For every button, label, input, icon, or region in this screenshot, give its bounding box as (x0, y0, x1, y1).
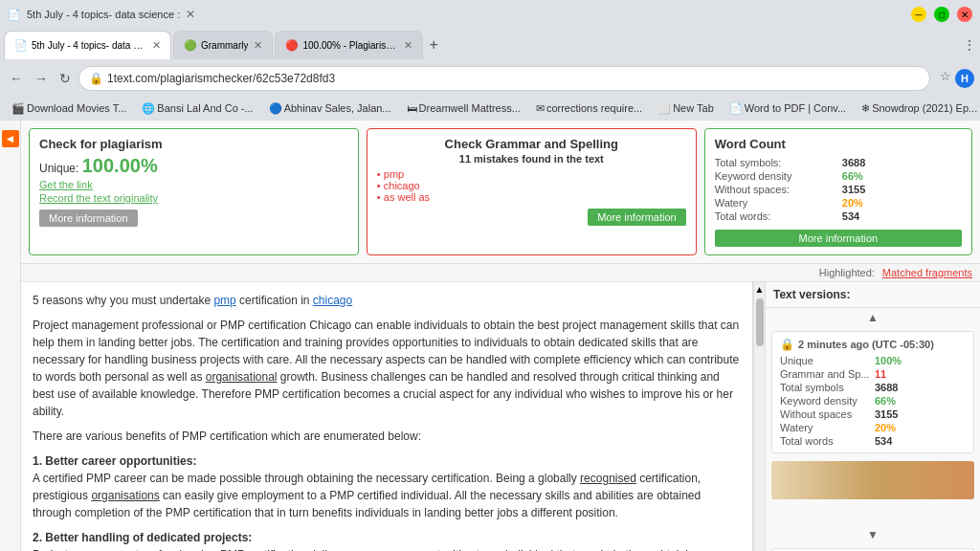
highlighted-label: Highlighted: (819, 267, 875, 278)
v-without-spaces-label: Without spaces (780, 408, 871, 420)
grammar-more-info-button[interactable]: More information (588, 209, 686, 226)
version-timestamp: 2 minutes ago (UTC -05:30) (798, 339, 934, 350)
bookmark-2[interactable]: 🌐 Bansi Lal And Co -... (138, 101, 256, 116)
text-para-3: 1. Better career opportunities:A certifi… (33, 452, 741, 521)
total-symbols-label: Total symbols: (715, 157, 835, 168)
more-options-icon[interactable]: ⋮ (963, 37, 976, 53)
bookmark-4[interactable]: 🛏 Dreamwell Mattress... (403, 101, 524, 115)
left-sidebar: ◄ (0, 121, 21, 551)
total-words-label: Total words: (715, 210, 835, 222)
browser-chrome: 📄 5th July - 4 topics- data science : ✕ … (0, 0, 980, 121)
tab-1-label: 5th July - 4 topics- data science : (32, 40, 146, 51)
matched-fragments-link[interactable]: Matched fragments (882, 267, 972, 278)
get-link[interactable]: Get the link (39, 179, 348, 190)
keyword-density-label: Keyword density (715, 170, 835, 182)
bookmark-8[interactable]: ❄ Snowdrop (2021) Ep... (858, 101, 980, 116)
watery-label: Watery (715, 197, 835, 209)
versions-title: Text versions: (766, 282, 980, 308)
pmp-link[interactable]: pmp (213, 294, 235, 307)
keyword-density-value: 66% (842, 170, 962, 182)
v-keyword-value: 66% (875, 395, 966, 407)
new-tab-button[interactable]: + (425, 33, 441, 57)
unique-percentage: 100.00% (82, 155, 158, 176)
wordcount-grid: Total symbols: 3688 Keyword density 66% … (715, 157, 962, 222)
organisations-underline: organisations (91, 489, 159, 502)
v-total-symbols-value: 3688 (875, 382, 966, 393)
tab-2-favicon: 🟢 (184, 39, 197, 53)
bookmark-icon[interactable]: ☆ (940, 69, 951, 88)
sidebar-toggle[interactable]: ◄ (2, 130, 19, 147)
v-watery-label: Watery (780, 422, 871, 433)
tab-2-close[interactable]: ✕ (254, 39, 262, 52)
address-bar-row: ← → ↻ 🔒 1text.com/plagiarismchecker/62c5… (0, 61, 980, 96)
scroll-thumb[interactable] (756, 298, 764, 346)
bookmark-7[interactable]: 📄 Word to PDF | Conv... (725, 101, 850, 116)
v-without-spaces-value: 3155 (875, 408, 966, 420)
record-originality-link[interactable]: Record the text originality (39, 192, 348, 204)
unique-row: Unique: 100.00% (39, 155, 348, 177)
reload-button[interactable]: ↻ (56, 67, 75, 90)
bookmark-icon-7: 📄 (729, 102, 743, 115)
bookmark-1[interactable]: 🎬 Download Movies T... (8, 101, 130, 116)
bookmark-icon-8: ❄ (861, 102, 870, 115)
versions-scroll-down[interactable]: ▼ (766, 525, 980, 544)
active-tab-label: 5th July - 4 topics- data science : (27, 9, 180, 20)
text-para-4: 2. Better handling of dedicated projects… (33, 529, 741, 551)
text-heading: 5 reasons why you must undertake pmp cer… (33, 292, 741, 309)
window-controls: ─ □ ✕ (911, 7, 972, 22)
version-grid: Unique 100% Grammar and Sp... 11 Total s… (780, 355, 966, 447)
versions-scroll-up[interactable]: ▲ (766, 308, 980, 327)
tab-3[interactable]: 🔴 100.00% - Plagiarism software fre... ✕ (275, 31, 423, 59)
wordcount-title: Word Count (715, 137, 962, 151)
tab-close-1[interactable]: ✕ (186, 8, 195, 21)
highlighted-bar: Highlighted: Matched fragments (21, 264, 980, 282)
total-words-value: 534 (842, 210, 962, 222)
tab-3-favicon: 🔴 (285, 39, 299, 53)
tab-2[interactable]: 🟢 Grammarly ✕ (173, 31, 273, 59)
decoration-strip (771, 461, 974, 499)
close-button[interactable]: ✕ (957, 7, 972, 22)
maximize-button[interactable]: □ (934, 7, 949, 22)
v-unique-label: Unique (780, 355, 871, 366)
v-grammar-label: Grammar and Sp... (780, 368, 871, 380)
wordcount-panel: Word Count Total symbols: 3688 Keyword d… (704, 128, 972, 255)
minimize-button[interactable]: ─ (911, 7, 926, 22)
v-unique-value: 100% (875, 355, 966, 366)
address-bar-icons: ☆ H (940, 69, 974, 88)
tab-3-close[interactable]: ✕ (404, 39, 412, 52)
bookmark-5[interactable]: ✉ corrections require... (532, 101, 646, 116)
bookmark-icon-3: 🔵 (269, 102, 282, 115)
bookmark-6[interactable]: ⬜ New Tab (654, 101, 718, 116)
grammar-item-3: • as well as (377, 191, 686, 203)
text-para-1: Project management professional or PMP c… (33, 317, 741, 420)
tab-favicon: 📄 (14, 39, 28, 53)
bookmark-icon-5: ✉ (536, 102, 545, 115)
lock-icon: 🔒 (89, 72, 103, 85)
grammar-panel: Check Grammar and Spelling 11 mistakes f… (367, 128, 697, 255)
text-scrollbar[interactable]: ▲ ▼ (753, 282, 765, 551)
profile-icon[interactable]: H (955, 69, 974, 88)
tab-1[interactable]: 📄 5th July - 4 topics- data science : ✕ (4, 31, 171, 59)
unique-label: Unique: (39, 162, 78, 175)
without-spaces-label: Without spaces: (715, 184, 835, 195)
v-keyword-label: Keyword density (780, 395, 871, 407)
wordcount-more-info-button[interactable]: More information (715, 230, 962, 247)
grammar-title: Check Grammar and Spelling (377, 137, 686, 151)
address-bar[interactable]: 🔒 1text.com/plagiarismchecker/62c53e72d8… (78, 66, 930, 91)
bookmark-3[interactable]: 🔵 Abhinav Sales, Jalan... (265, 101, 395, 116)
back-button[interactable]: ← (6, 67, 27, 90)
total-symbols-value: 3688 (842, 157, 962, 168)
tab-3-label: 100.00% - Plagiarism software fre... (302, 40, 398, 51)
tab-favicon-1: 📄 (8, 9, 21, 21)
chicago-link[interactable]: chicago (313, 294, 352, 307)
recognised-underline: recognised (580, 472, 636, 485)
tab-bar: 📄 5th July - 4 topics- data science : ✕ … (0, 29, 980, 61)
bookmarks-bar: 🎬 Download Movies T... 🌐 Bansi Lal And C… (0, 96, 980, 121)
bookmark-icon-2: 🌐 (142, 102, 155, 115)
forward-button[interactable]: → (31, 67, 52, 90)
main-content: ◄ Check for plagiarism Unique: 100.00% G… (0, 121, 980, 551)
tab-1-close[interactable]: ✕ (152, 39, 161, 52)
plagiarism-more-info-button[interactable]: More information (39, 209, 138, 227)
title-bar: 📄 5th July - 4 topics- data science : ✕ … (0, 0, 980, 29)
grammar-item-1: • pmp (377, 168, 686, 180)
